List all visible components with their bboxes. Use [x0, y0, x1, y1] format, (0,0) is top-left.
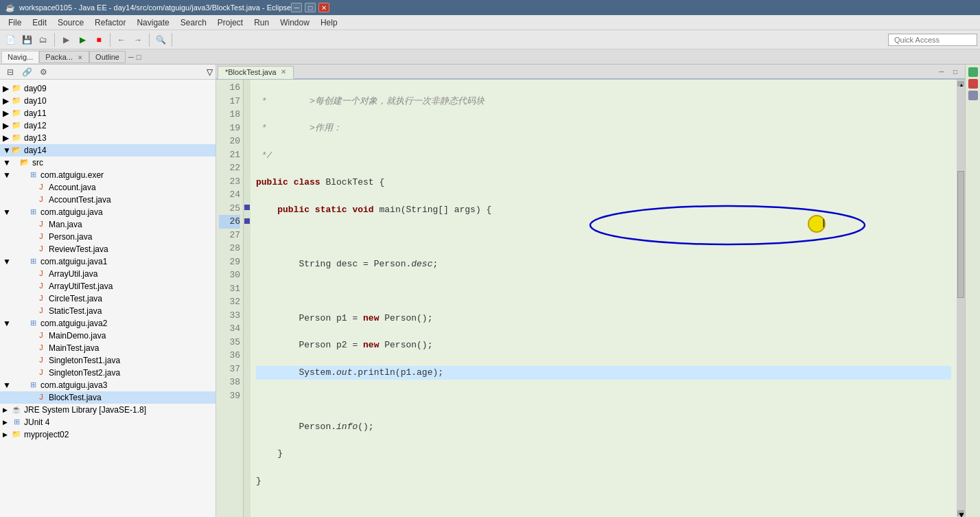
editor-tab-blocktest[interactable]: *BlockTest.java ✕ [218, 66, 294, 79]
tree-item-jre[interactable]: ▶ ☕ JRE System Library [JavaSE-1.8] [0, 404, 215, 416]
toolbar-sep4 [172, 33, 172, 47]
editor-tab-controls: ─ □ [936, 66, 964, 77]
titlebar-icon: ☕ [5, 3, 15, 12]
tree-item-myproject[interactable]: ▶ 📁 myproject02 [0, 428, 215, 441]
code-content[interactable]: * >每创建一个对象，就执行一次非静态代码块 * >作用： */ public … [250, 80, 957, 517]
tree-item-day13[interactable]: ▶ 📁 day13 [0, 132, 215, 144]
editor-scrollbar-v[interactable]: ▲ ▼ [957, 80, 965, 517]
code-editor[interactable]: 16 17 18 19 20 21 22 23 24 25 26 27 28 2… [216, 80, 965, 517]
tree-label-day13: day13 [24, 133, 47, 143]
menu-file[interactable]: File [3, 16, 27, 29]
breakpoint-p2 [244, 218, 250, 224]
tree-item-person[interactable]: J Person.java [0, 231, 215, 243]
code-line-22: String desc = Person.desc; [256, 257, 951, 271]
arrow-junit: ▶ [3, 419, 11, 426]
editor-maximize[interactable]: □ [950, 66, 961, 77]
tab-outline[interactable]: Outline [89, 51, 126, 63]
minimize-view-btn[interactable]: ─ [128, 53, 134, 61]
toolbar-new[interactable]: 📄 [3, 32, 18, 47]
tree-item-pkg-java3[interactable]: ▼ ⊞ com.atguigu.java3 [0, 379, 215, 391]
tree-item-accounttest[interactable]: J AccountTest.java [0, 194, 215, 206]
scrollbar-thumb[interactable] [957, 171, 964, 298]
panel-settings[interactable]: ⚙ [36, 65, 51, 80]
editor-tabbar: *BlockTest.java ✕ ─ □ [216, 65, 965, 80]
menu-refactor[interactable]: Refactor [89, 16, 131, 29]
toolbar-save[interactable]: 💾 [19, 32, 34, 47]
tree-label-day14: day14 [24, 146, 47, 155]
editor-tab-label: *BlockTest.java [225, 68, 277, 76]
menu-navigate[interactable]: Navigate [131, 16, 174, 29]
tree-label-arrayutil: ArrayUtil.java [49, 269, 97, 279]
scrollbar-down-btn[interactable]: ▼ [957, 510, 964, 516]
tree-item-pkg-java2[interactable]: ▼ ⊞ com.atguigu.java2 [0, 317, 215, 330]
menu-help[interactable]: Help [315, 16, 343, 29]
tree-item-arrayutiltest[interactable]: J ArrayUtilTest.java [0, 280, 215, 292]
editor-tab-close[interactable]: ✕ [281, 68, 286, 76]
overview-block2 [968, 79, 978, 89]
tree-item-pkg-java[interactable]: ▼ ⊞ com.atguigu.java [0, 206, 215, 218]
close-button[interactable]: ✕ [318, 3, 329, 12]
editor-minimize[interactable]: ─ [936, 66, 947, 77]
toolbar-search[interactable]: 🔍 [153, 32, 168, 47]
menu-source[interactable]: Source [52, 16, 89, 29]
tree-item-circletest[interactable]: J CircleTest.java [0, 292, 215, 305]
tree-item-statictest[interactable]: J StaticTest.java [0, 305, 215, 317]
tab-navig[interactable]: Navig... [1, 51, 39, 63]
menu-run[interactable]: Run [248, 16, 275, 29]
tab-packa-close[interactable]: ✕ [78, 54, 83, 61]
menu-window[interactable]: Window [275, 16, 315, 29]
scrollbar-up-btn[interactable]: ▲ [957, 81, 964, 87]
tree-item-reviewtest[interactable]: J ReviewTest.java [0, 243, 215, 255]
code-line-17: * >作用： [256, 122, 951, 135]
tree-item-src[interactable]: ▼ 📂 src [0, 157, 215, 169]
toolbar-forward[interactable]: → [130, 32, 145, 47]
tree-item-day11[interactable]: ▶ 📁 day11 [0, 107, 215, 119]
tree-item-day14[interactable]: ▼ 📂 day14 [0, 144, 215, 157]
tree-item-junit[interactable]: ▶ ⊞ JUnit 4 [0, 416, 215, 428]
menubar: File Edit Source Refactor Navigate Searc… [0, 15, 980, 30]
arrow-day14: ▼ [3, 146, 11, 155]
package-icon-exer: ⊞ [27, 170, 38, 180]
java-icon-maindemo: J [36, 331, 47, 341]
toolbar-stop[interactable]: ■ [91, 32, 106, 47]
tree-item-singleton2[interactable]: J SingletonTest2.java [0, 367, 215, 379]
tree-label-pkg-java: com.atguigu.java [40, 207, 103, 217]
java-icon-singleton1: J [36, 356, 47, 365]
tree-item-maindemo[interactable]: J MainDemo.java [0, 330, 215, 342]
java-icon-circletest: J [36, 294, 47, 303]
tree-item-day12[interactable]: ▶ 📁 day12 [0, 119, 215, 132]
tree-label-day12: day12 [24, 121, 47, 130]
minimize-button[interactable]: ─ [291, 3, 302, 12]
right-overview-panel [965, 65, 980, 517]
arrow-jre: ▶ [3, 406, 11, 413]
arrow-myproject: ▶ [3, 431, 11, 438]
menu-search[interactable]: Search [175, 16, 212, 29]
tree-item-man[interactable]: J Man.java [0, 218, 215, 231]
tree-item-maintest[interactable]: J MainTest.java [0, 342, 215, 354]
scrollbar-track[interactable] [957, 87, 964, 510]
tree-item-pkg-exer[interactable]: ▼ ⊞ com.atguigu.exer [0, 169, 215, 181]
menu-project[interactable]: Project [212, 16, 248, 29]
toolbar-save-all[interactable]: 🗂 [36, 32, 51, 47]
tree-item-singleton1[interactable]: J SingletonTest1.java [0, 354, 215, 367]
toolbar-run[interactable]: ▶ [75, 32, 90, 47]
tree-item-account[interactable]: J Account.java [0, 181, 215, 194]
panel-view-menu[interactable]: ▽ [207, 67, 213, 77]
code-line-18: */ [256, 149, 951, 163]
tab-packa[interactable]: Packa... ✕ [39, 51, 89, 63]
tree-item-day09[interactable]: ▶ 📁 day09 [0, 82, 215, 95]
maximize-button[interactable]: □ [305, 3, 316, 12]
tree-item-arrayutil[interactable]: J ArrayUtil.java [0, 268, 215, 280]
tree-item-pkg-java1[interactable]: ▼ ⊞ com.atguigu.java1 [0, 255, 215, 268]
maximize-view-btn[interactable]: □ [137, 53, 141, 61]
toolbar-back[interactable]: ← [114, 32, 129, 47]
toolbar-debug[interactable]: ▶ [58, 32, 73, 47]
tree-item-blocktest[interactable]: J BlockTest.java [0, 391, 215, 404]
package-icon-java2: ⊞ [27, 319, 38, 328]
quick-access-input[interactable] [888, 34, 977, 46]
panel-link[interactable]: 🔗 [19, 65, 34, 80]
menu-edit[interactable]: Edit [27, 16, 52, 29]
tree-item-day10[interactable]: ▶ 📁 day10 [0, 95, 215, 107]
panel-collapse-all[interactable]: ⊟ [3, 65, 18, 80]
tree-label-account: Account.java [49, 183, 96, 192]
